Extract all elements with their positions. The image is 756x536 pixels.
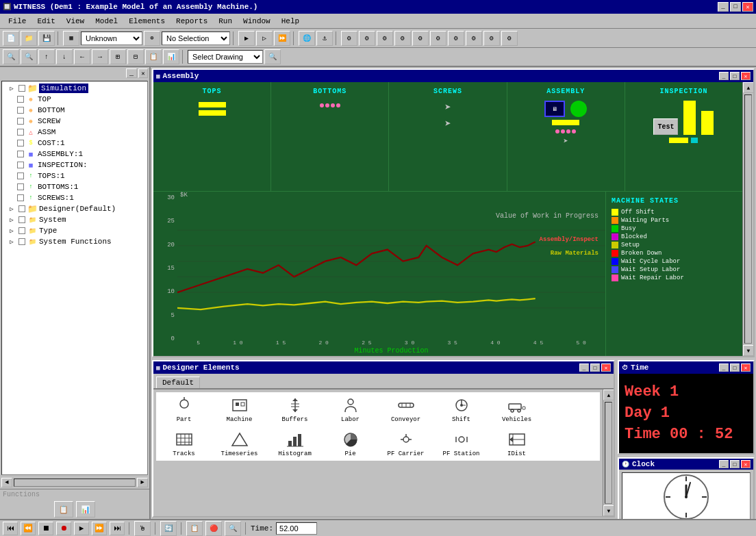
designer-buffers[interactable]: Buffers [267,392,323,426]
clock-minimize[interactable]: _ [719,460,729,468]
designer-idist[interactable]: IDist [489,426,544,461]
tree-item-designer[interactable]: ▷ 📁 Designer(Default) [3,203,146,214]
tree-checkbox-bottoms1[interactable] [17,183,24,190]
scroll-track-h[interactable] [14,478,136,487]
assembly-close[interactable]: ✕ [741,72,751,80]
designer-scrollbar[interactable]: ▲ ▼ [603,390,614,516]
scroll-up-designer[interactable]: ▲ [603,390,614,400]
nav-up[interactable]: ↑ [38,49,55,64]
tree-checkbox-screw[interactable] [17,118,24,125]
grid2-btn[interactable]: ⊟ [127,49,144,64]
tool3[interactable]: ⚙ [377,31,393,46]
tree-checkbox-designer[interactable] [18,205,25,212]
menu-elements[interactable]: Elements [123,16,171,26]
scroll-left[interactable]: ◄ [1,478,12,487]
scroll-up-assembly[interactable]: ▲ [743,82,753,93]
tool4[interactable]: ⚙ [394,31,411,46]
scroll-down-designer[interactable]: ▼ [603,505,614,516]
run2-icon[interactable]: ▷ [256,31,273,46]
tree-item-bottoms1[interactable]: ↑ BOTTOMS:1 [3,181,146,192]
designer-machine[interactable]: Machine [212,392,267,426]
status-icon3[interactable]: 📋 [186,521,203,536]
zoom-btn[interactable]: 🔍 [3,49,19,64]
time-maximize[interactable]: □ [730,363,740,372]
add-icon[interactable]: ⊕ [144,31,160,46]
new-button[interactable]: 📄 [3,31,19,46]
nav-left[interactable]: ← [74,49,90,64]
menu-window[interactable]: Window [238,16,276,26]
scroll-thumb-assembly[interactable] [744,94,752,344]
designer-histogram[interactable]: Histogram [267,426,323,461]
designer-maximize[interactable]: □ [590,363,600,372]
designer-labor[interactable]: Labor [323,392,378,426]
step-back-button[interactable]: ⏪ [21,522,36,535]
tree-checkbox-sysfuncs[interactable] [18,238,25,245]
tree-item-inspection[interactable]: ▦ INSPECTION: [3,159,146,170]
tool6[interactable]: ⚙ [430,31,446,46]
scroll-right[interactable]: ► [137,478,148,487]
tool10[interactable]: ⚙ [501,31,518,46]
status-icon4[interactable]: 🔴 [205,521,222,536]
open-button[interactable]: 📁 [21,31,37,46]
assembly-scrollbar[interactable]: ▲ ▼ [742,82,753,356]
designer-pfcarrier[interactable]: PF Carrier [378,426,433,461]
assembly-maximize[interactable]: □ [730,72,740,80]
mode-icon[interactable]: ▦ [63,31,79,46]
select-drawing-dropdown[interactable]: Select Drawing [188,50,263,64]
tree-checkbox-assembly1[interactable] [17,151,24,157]
time-minimize[interactable]: _ [719,363,729,372]
tree-item-top[interactable]: ⊕ TOP [3,94,146,105]
tree-item-bottom[interactable]: ⊕ BOTTOM [3,105,146,116]
run1-icon[interactable]: ▶ [238,31,255,46]
scroll-down-assembly[interactable]: ▼ [743,345,753,356]
menu-model[interactable]: Model [90,16,123,26]
designer-pie[interactable]: Pie [323,426,378,461]
tool8[interactable]: ⚙ [466,31,482,46]
minimize-button[interactable]: _ [718,2,729,12]
forward-end-button[interactable]: ⏭ [110,522,125,535]
tree-item-screw[interactable]: ⊕ SCREW [3,116,146,127]
play-button[interactable]: ▶ [74,522,89,535]
menu-view[interactable]: View [61,16,90,26]
globe-icon[interactable]: 🌐 [299,31,315,46]
grid-btn[interactable]: ⊞ [110,49,126,64]
tree-checkbox-assm[interactable] [17,129,24,136]
menu-reports[interactable]: Reports [171,16,213,26]
tree-checkbox-screws1[interactable] [17,194,24,201]
tree-item-sysfuncs[interactable]: ▷ 📁 System Functions [3,236,146,247]
tool5[interactable]: ⚙ [412,31,429,46]
tree-checkbox[interactable] [18,85,25,92]
tree-item-screws1[interactable]: ↑ SCREWS:1 [3,192,146,203]
tree-item-tops1[interactable]: ↑ TOPS:1 [3,170,146,181]
save-button[interactable]: 💾 [38,31,55,46]
panel-close[interactable]: ✕ [138,68,148,78]
tree-item-type[interactable]: ▷ 📁 Type [3,225,146,236]
record-button[interactable]: ⏺ [56,522,71,535]
tree-item-assembly1[interactable]: ▦ ASSEMBLY:1 [3,149,146,159]
unknown-dropdown[interactable]: Unknown [81,31,142,45]
maximize-button[interactable]: □ [730,2,741,12]
status-icon1[interactable]: 🖱 [134,521,151,536]
nav-right[interactable]: → [92,49,108,64]
tree-checkbox-bottom[interactable] [17,107,24,114]
fast-forward-button[interactable]: ⏩ [92,522,107,535]
tree-item-assm[interactable]: △ ASSM [3,127,146,138]
tool2[interactable]: ⚙ [359,31,375,46]
tree-label-simulation[interactable]: Simulation [39,84,88,93]
tree-checkbox-type[interactable] [18,227,25,234]
designer-minimize[interactable]: _ [579,363,589,372]
tool1[interactable]: ⚙ [341,31,357,46]
search-btn[interactable]: 🔍 [21,49,37,64]
designer-timeseries[interactable]: Timeseries [212,426,267,461]
time-close[interactable]: ✕ [741,363,751,372]
no-selection-dropdown[interactable]: No Selection [162,31,230,45]
tree-checkbox-cost[interactable] [17,140,24,146]
menu-file[interactable]: File [3,16,32,26]
time-input[interactable] [276,522,317,535]
tree-checkbox-top[interactable] [17,96,24,103]
tab-default[interactable]: Default [156,377,200,388]
designer-pfstation[interactable]: PF Station [433,426,489,461]
panel-icon-2[interactable]: 📊 [76,501,95,518]
close-button[interactable]: ✕ [742,2,753,12]
assembly-minimize[interactable]: _ [719,72,729,80]
